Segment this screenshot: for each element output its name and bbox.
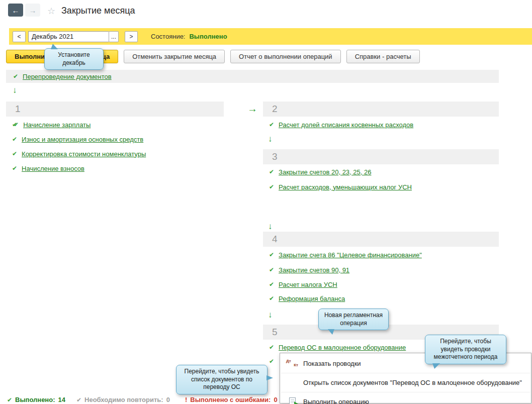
flow-down-arrow-icon: ↓ [13, 85, 17, 95]
operation-row: ✔ Реформация баланса [269, 294, 345, 303]
done-check-icon: ✔ [269, 266, 274, 273]
menu-item-label: Открыть список документов "Перевод ОС в … [303, 379, 522, 386]
period-input[interactable] [28, 31, 109, 42]
references-calculations-button[interactable]: Справки - расчеты [346, 50, 420, 63]
error-exclamation-icon: ! [185, 396, 187, 403]
operation-link[interactable]: Расчет расходов, уменьшающих налог УСН [279, 183, 412, 191]
operation-row: ✔ Износ и амортизация основных средств [12, 135, 143, 144]
menu-item-label: Показать проводки [303, 360, 361, 367]
status-errors: ! Выполнено с ошибками: 0 [185, 396, 278, 403]
stage-4-header: 4 [263, 232, 499, 247]
operation-row: ✔ Расчет долей списания косвенных расход… [269, 120, 413, 129]
operation-link[interactable]: Закрытие счетов 90, 91 [279, 266, 349, 274]
menu-item-open-documents[interactable]: Открыть список документов "Перевод ОС в … [280, 373, 531, 391]
stage-4-number: 4 [263, 234, 278, 245]
flow-right-arrow-icon: → [247, 103, 257, 115]
done-check-icon: ✔ [12, 136, 17, 143]
done-check-icon: ✔ [269, 121, 274, 128]
done-check-icon: ✔ [13, 73, 18, 80]
flow-down-arrow-icon: ↓ [268, 310, 273, 320]
forward-button[interactable]: → [25, 4, 40, 17]
period-picker-button[interactable]: ... [109, 31, 119, 42]
menu-item-label: Выполнить операцию [303, 398, 369, 404]
done-check-icon: ✔ [269, 281, 274, 288]
stage-5-number: 5 [263, 327, 278, 338]
operation-link[interactable]: Начисление зарплаты [23, 121, 91, 129]
done-check-icon: ✔ [269, 344, 274, 351]
operation-row: ✔ [269, 357, 274, 366]
operation-link[interactable]: Перевод ОС в малоценное оборудование [279, 344, 406, 351]
done-check-icon: ✔ [12, 165, 17, 172]
operation-row: ✔ Перевод ОС в малоценное оборудование [269, 343, 406, 352]
reposting-link[interactable]: Перепроведение документов [23, 73, 112, 80]
reposting-strip: ✔ Перепроведение документов [6, 70, 499, 83]
stage-3-number: 3 [263, 151, 278, 162]
done-check-icon: ✔ [269, 168, 274, 175]
status-done-label: Выполнено: [15, 396, 55, 403]
operation-row: ✔ Закрытие счета 86 "Целевое финансирова… [269, 250, 422, 259]
status-done: ✔ Выполнено: 14 [7, 396, 65, 403]
operation-row: ✔ Расчет налога УСН [269, 280, 337, 289]
back-button[interactable]: ← [8, 4, 23, 17]
stage-3-header: 3 [263, 149, 499, 164]
operation-row: ✔ Корректировка стоимости номенклатуры [12, 149, 146, 158]
state-label: Состояние: [151, 33, 185, 40]
redone-check-icon: ✔✔ [12, 121, 19, 128]
done-check-icon: ✔ [269, 251, 274, 258]
operation-link[interactable]: Корректировка стоимости номенклатуры [22, 150, 146, 158]
done-check-icon: ✔ [7, 396, 12, 403]
repeat-check-icon: ✔ [76, 396, 81, 403]
stage-2-header: 2 [263, 102, 499, 117]
operation-row: ✔ Расчет расходов, уменьшающих налог УСН [269, 182, 412, 191]
flow-down-arrow-icon: ↓ [268, 222, 273, 232]
status-errors-value: 0 [274, 396, 277, 403]
next-period-button[interactable]: > [125, 31, 138, 42]
operation-link[interactable]: Расчет долей списания косвенных расходов [279, 121, 413, 129]
prev-period-button[interactable]: < [13, 31, 26, 42]
done-check-icon: ✔ [269, 358, 274, 365]
run-operation-document-icon [289, 397, 296, 404]
operation-link[interactable]: Износ и амортизация основных средств [22, 136, 143, 143]
done-check-icon: ✔ [12, 150, 17, 157]
operation-row: ✔ Закрытие счетов 90, 91 [269, 265, 349, 274]
page-title: Закрытие месяца [61, 6, 135, 16]
forward-arrow-icon: → [29, 6, 37, 15]
stage-2-number: 2 [263, 104, 278, 115]
operation-row: ✔ Начисление взносов [12, 164, 84, 173]
state-value: Выполнено [189, 33, 227, 40]
done-check-icon: ✔ [269, 295, 274, 302]
operation-row: ✔✔ Начисление зарплаты [12, 120, 91, 129]
operation-link[interactable]: Расчет налога УСН [279, 281, 337, 288]
tooltip-see-documents: Перейдите, чтобы увидеть список документ… [176, 365, 268, 394]
stage-1-number: 1 [6, 104, 21, 115]
menu-item-run-operation[interactable]: Выполнить операцию [280, 392, 531, 404]
done-check-icon: ✔ [269, 183, 274, 190]
status-repeat: ✔ Необходимо повторить: 0 [76, 396, 170, 403]
operation-link[interactable]: Реформация баланса [279, 295, 345, 302]
icon-slot [286, 397, 298, 404]
kt-glyph: Кт [294, 363, 298, 367]
check-glyph: ✔ [14, 121, 19, 128]
status-repeat-label: Необходимо повторить: [84, 396, 163, 403]
operation-link[interactable]: Закрытие счета 86 "Целевое финансировани… [279, 251, 422, 259]
favorite-star-icon[interactable]: ☆ [47, 6, 55, 17]
tooltip-new-operation: Новая регламентная операция [318, 309, 389, 330]
stage-1-header: 1 [6, 102, 224, 117]
status-errors-label: Выполнено с ошибками: [190, 396, 271, 403]
status-done-value: 14 [58, 396, 65, 403]
status-repeat-value: 0 [166, 396, 170, 403]
flow-down-arrow-icon: ↓ [268, 134, 273, 144]
operation-row: ✔ Закрытие счетов 20, 23, 25, 26 [269, 167, 371, 176]
back-arrow-icon: ← [12, 6, 20, 15]
operation-link[interactable]: Начисление взносов [22, 165, 84, 172]
period-bar: < ... > Состояние: Выполнено [9, 28, 532, 45]
month-closing-window: ← → ☆ Закрытие месяца < ... > Состояние:… [0, 0, 532, 404]
operation-link[interactable]: Закрытие счетов 20, 23, 25, 26 [279, 168, 371, 176]
tooltip-see-postings: Перейдите, чтобы увидеть проводки межотч… [425, 335, 506, 364]
operations-report-button[interactable]: Отчет о выполнении операций [230, 50, 341, 63]
tooltip-set-december: Установите декабрь [44, 48, 104, 70]
dt-kt-icon: ДтКт [286, 359, 298, 367]
cancel-month-closing-button[interactable]: Отменить закрытие месяца [124, 50, 225, 63]
